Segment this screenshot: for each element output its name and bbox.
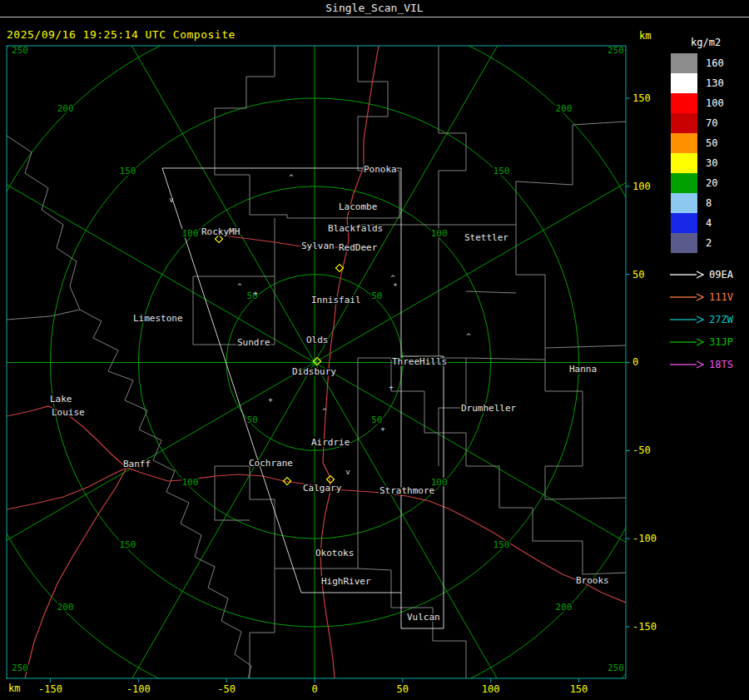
radar-map-canvas[interactable]: 5050505010010010010015015015015020020020…: [0, 0, 749, 700]
right-axis-tick-label: -150: [632, 621, 657, 633]
range-ring-label: 100: [431, 228, 448, 239]
place-label: Stettler: [464, 232, 508, 243]
vil-scale-item: 50: [666, 133, 749, 153]
legend-unit-label: kg/m2: [691, 37, 749, 48]
vil-scale-value: 4: [706, 217, 712, 229]
right-axis-tick-label: 100: [632, 181, 651, 192]
county-boundary-line: [516, 181, 626, 348]
radar-id-legend: 09EA111V27ZW31JP18TS: [666, 263, 749, 375]
vil-scale-value: 160: [706, 57, 724, 69]
vil-scale-swatch: [671, 133, 697, 153]
vil-scale-swatch: [671, 213, 697, 233]
place-label: Airdrie: [311, 437, 350, 448]
place-label: RedDeer: [339, 242, 378, 253]
county-boundary-line: [7, 310, 80, 320]
bottom-axis-tick-label: 0: [311, 683, 317, 695]
place-label: Didsbury: [292, 366, 336, 377]
bottom-axis-tick-label: -50: [217, 683, 236, 695]
county-boundary-line: [439, 225, 466, 466]
range-ring-label: 250: [12, 663, 28, 673]
place-label: Ponoka: [364, 164, 397, 175]
place-label: Drumheller: [461, 403, 517, 414]
county-boundary-line: [7, 136, 80, 310]
vil-scale-item: 30: [666, 153, 749, 173]
place-label: Okotoks: [315, 548, 354, 559]
vil-scale-item: 8: [666, 193, 749, 213]
vil-scale-swatch: [671, 233, 697, 253]
bottom-axis-tick-label: -150: [38, 683, 62, 695]
azimuth-line: [0, 130, 315, 363]
vil-scale-swatch: [671, 113, 697, 133]
range-ring-label: 200: [555, 103, 572, 114]
radar-id: 09EA: [709, 269, 733, 280]
place-label: Sundre: [237, 337, 270, 348]
vil-scale-value: 70: [706, 117, 717, 129]
azimuth-line: [82, 0, 315, 363]
azimuth-line: [82, 363, 315, 700]
place-label: HighRiver: [321, 576, 371, 587]
map-point-marker: +: [253, 289, 258, 297]
range-ring-label: 100: [181, 228, 198, 239]
map-point-marker: ^: [289, 173, 294, 181]
vil-scale-value: 30: [706, 157, 717, 169]
legend-panel: kg/m2 16013010070503020842 09EA111V27ZW3…: [666, 37, 749, 375]
range-ring-label: 50: [371, 290, 382, 301]
place-label: RockyMH: [201, 226, 240, 237]
place-label: Sylvan: [301, 241, 335, 251]
vil-scale-swatch: [671, 153, 697, 173]
right-axis-tick-label: -50: [632, 444, 651, 456]
county-boundary-line: [193, 276, 275, 345]
range-ring-label: 150: [120, 166, 136, 176]
place-label: Banff: [123, 459, 151, 469]
county-boundary-line: [358, 568, 466, 678]
radar-legend-item: 27ZW: [666, 308, 749, 330]
range-ring-label: 200: [57, 103, 74, 114]
radar-id: 18TS: [709, 359, 733, 370]
vil-scale-item: 70: [666, 113, 749, 133]
vil-scale-item: 160: [666, 53, 749, 73]
bottom-axis-tick-label: 50: [397, 683, 409, 695]
range-ring-label: 250: [608, 663, 624, 673]
radar-id: 111V: [709, 291, 733, 303]
radar-arrow-icon: [669, 270, 704, 280]
range-ring-label: 200: [57, 602, 74, 613]
azimuth-line: [315, 0, 548, 363]
vil-color-scale: 16013010070503020842: [666, 53, 749, 253]
vil-scale-value: 100: [706, 97, 724, 109]
bottom-axis-tick-label: 150: [570, 683, 588, 695]
radar-id: 27ZW: [709, 314, 733, 325]
vil-scale-swatch: [671, 93, 697, 113]
place-label: ThreeHills: [392, 356, 447, 367]
place-label: Blackfalds: [328, 223, 383, 234]
place-label: Innisfail: [311, 295, 361, 305]
place-label: Cochrane: [249, 458, 293, 469]
county-boundary-line: [516, 122, 626, 185]
map-point-marker: +: [389, 383, 394, 391]
right-axis-tick-label: -100: [632, 533, 657, 544]
map-point-marker: +: [380, 424, 385, 433]
radar-arrow-icon: [669, 360, 704, 370]
vil-scale-value: 50: [706, 137, 717, 149]
place-label: Strathmore: [379, 485, 434, 496]
county-boundary-line: [215, 46, 275, 215]
map-point-marker: ^: [322, 407, 327, 415]
place-label: Limestone: [133, 313, 183, 324]
range-ring-label: 50: [247, 415, 258, 425]
map-point-marker: ^: [390, 274, 395, 282]
vil-scale-value: 2: [706, 237, 712, 249]
range-ring-label: 150: [494, 539, 510, 550]
county-boundary-line: [466, 291, 516, 293]
vil-scale-item: 2: [666, 233, 749, 253]
place-label: Calgary: [303, 483, 342, 494]
vil-scale-item: 4: [666, 213, 749, 233]
bottom-axis-tick-label: 100: [482, 683, 500, 695]
radar-legend-item: 111V: [666, 285, 749, 308]
map-point-marker: ^: [237, 282, 242, 290]
vil-scale-value: 20: [706, 177, 717, 189]
map-point-marker: +: [268, 395, 273, 404]
radar-id: 31JP: [709, 336, 733, 348]
county-boundary-line: [80, 310, 251, 678]
vil-scale-item: 130: [666, 73, 749, 93]
place-label: Hanna: [569, 364, 597, 375]
place-label: Olds: [306, 335, 329, 345]
